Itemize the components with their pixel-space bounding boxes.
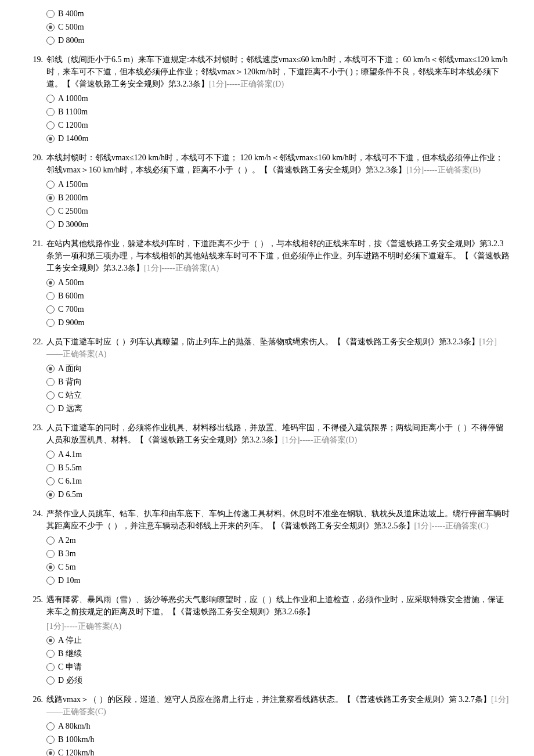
radio-icon[interactable] bbox=[46, 23, 55, 31]
radio-icon[interactable] bbox=[46, 181, 55, 189]
option-row[interactable]: A 80km/h bbox=[46, 720, 511, 732]
radio-icon[interactable] bbox=[46, 736, 55, 744]
question-body: 在站内其他线路作业，躲避本线列车时，下道距离不少于（ ），与本线相邻的正线来车时… bbox=[46, 237, 511, 330]
option-row[interactable]: D 6.5m bbox=[46, 488, 511, 501]
radio-icon[interactable] bbox=[46, 749, 55, 757]
radio-icon[interactable] bbox=[46, 577, 55, 585]
option-row[interactable]: D 必须 bbox=[46, 674, 511, 686]
option-row[interactable]: A 面向 bbox=[46, 362, 511, 375]
option-label: D 6.5m bbox=[58, 488, 82, 501]
option-row[interactable]: B 5.5m bbox=[46, 462, 511, 474]
option-label: A 80km/h bbox=[58, 720, 91, 732]
question-body: 线路vmax＞（ ）的区段，巡道、巡守人员应在路肩上行走，并注意察看线路状态。【… bbox=[46, 693, 511, 756]
question-prompt: 线路vmax＞（ ）的区段，巡道、巡守人员应在路肩上行走，并注意察看线路状态。【… bbox=[46, 695, 491, 704]
radio-icon[interactable] bbox=[46, 451, 55, 459]
radio-icon[interactable] bbox=[46, 477, 55, 485]
option-row[interactable]: A 500m bbox=[46, 276, 511, 289]
option-row[interactable]: D 800m bbox=[46, 34, 511, 46]
radio-icon[interactable] bbox=[46, 663, 55, 671]
radio-icon[interactable] bbox=[46, 207, 55, 215]
option-label: A 2m bbox=[58, 534, 76, 546]
options: A 面向B 背向C 站立D 远离 bbox=[46, 362, 511, 415]
question-number: 21. bbox=[23, 237, 46, 330]
question-prompt: 人员下道避车时应（ ）列车认真瞭望，防止列车上的抛落、坠落物或绳索伤人。【《普速… bbox=[46, 337, 479, 346]
radio-icon[interactable] bbox=[46, 108, 55, 116]
radio-icon[interactable] bbox=[46, 279, 55, 287]
radio-icon[interactable] bbox=[46, 405, 55, 413]
radio-icon[interactable] bbox=[46, 563, 55, 571]
question-body: 严禁作业人员跳车、钻车、扒车和由车底下、车钩上传递工具材料。休息时不准坐在钢轨、… bbox=[46, 507, 511, 588]
question-number: 25. bbox=[23, 593, 46, 687]
option-label: C 5m bbox=[58, 561, 76, 573]
option-row[interactable]: B 3m bbox=[46, 548, 511, 560]
radio-icon[interactable] bbox=[46, 95, 55, 103]
radio-icon[interactable] bbox=[46, 194, 55, 202]
question-item: 25.遇有降雾、暴风雨（雪）、扬沙等恶劣天气影响瞭望时，应（ ）线上作业和上道检… bbox=[23, 593, 511, 687]
option-row[interactable]: C 6.1m bbox=[46, 475, 511, 487]
option-row[interactable]: B 600m bbox=[46, 290, 511, 302]
option-row[interactable]: A 2m bbox=[46, 534, 511, 546]
question-meta: [1分]-----正确答案(C) bbox=[414, 521, 489, 530]
options: A 80km/hB 100km/hC 120km/hD 160km/h bbox=[46, 720, 511, 756]
option-row[interactable]: B 2000m bbox=[46, 192, 511, 204]
option-row[interactable]: C 2500m bbox=[46, 205, 511, 217]
radio-icon[interactable] bbox=[46, 221, 55, 229]
radio-icon[interactable] bbox=[46, 537, 55, 545]
option-row[interactable]: B 继续 bbox=[46, 647, 511, 660]
radio-icon[interactable] bbox=[46, 121, 55, 129]
radio-icon[interactable] bbox=[46, 305, 55, 314]
option-label: A 1000m bbox=[58, 92, 88, 105]
question-text: 人员下道避车时应（ ）列车认真瞭望，防止列车上的抛落、坠落物或绳索伤人。【《普速… bbox=[46, 336, 511, 360]
radio-icon[interactable] bbox=[46, 37, 55, 45]
option-row[interactable]: C 700m bbox=[46, 303, 511, 315]
option-label: B 5.5m bbox=[58, 462, 82, 474]
option-row[interactable]: A 停止 bbox=[46, 634, 511, 646]
option-row[interactable]: C 站立 bbox=[46, 389, 511, 401]
option-row[interactable]: C 1200m bbox=[46, 119, 511, 131]
option-row[interactable]: B 400m bbox=[46, 8, 511, 20]
question-body: 本线封锁时：邻线vmax≤120 km/h时，本线可不下道； 120 km/h＜… bbox=[46, 152, 511, 232]
option-row[interactable]: D 10m bbox=[46, 574, 511, 586]
radio-icon[interactable] bbox=[46, 722, 55, 730]
option-label: C 申请 bbox=[58, 661, 82, 673]
radio-icon[interactable] bbox=[46, 378, 55, 386]
question-text: 在站内其他线路作业，躲避本线列车时，下道距离不少于（ ），与本线相邻的正线来车时… bbox=[46, 237, 511, 274]
radio-icon[interactable] bbox=[46, 550, 55, 558]
option-label: A 500m bbox=[58, 276, 84, 289]
radio-icon[interactable] bbox=[46, 650, 55, 658]
option-row[interactable]: A 1500m bbox=[46, 178, 511, 190]
radio-icon[interactable] bbox=[46, 391, 55, 399]
option-row[interactable]: A 4.1m bbox=[46, 448, 511, 460]
question-item: 24.严禁作业人员跳车、钻车、扒车和由车底下、车钩上传递工具材料。休息时不准坐在… bbox=[23, 507, 511, 588]
option-row[interactable]: B 1100m bbox=[46, 106, 511, 118]
radio-icon[interactable] bbox=[46, 491, 55, 499]
option-row[interactable]: B 100km/h bbox=[46, 733, 511, 746]
radio-icon[interactable] bbox=[46, 636, 55, 645]
option-row[interactable]: C 5m bbox=[46, 561, 511, 573]
option-row[interactable]: D 900m bbox=[46, 316, 511, 329]
options: A 1500mB 2000mC 2500mD 3000m bbox=[46, 178, 511, 231]
option-label: B 100km/h bbox=[58, 733, 95, 746]
radio-icon[interactable] bbox=[46, 10, 55, 18]
radio-icon[interactable] bbox=[46, 292, 55, 300]
radio-icon[interactable] bbox=[46, 464, 55, 472]
option-row[interactable]: D 3000m bbox=[46, 218, 511, 231]
option-row[interactable]: D 1400m bbox=[46, 132, 511, 145]
question-prompt: 在站内其他线路作业，躲避本线列车时，下道距离不少于（ ），与本线相邻的正线来车时… bbox=[46, 239, 510, 272]
option-row[interactable]: C 120km/h bbox=[46, 747, 511, 756]
option-row[interactable]: B 背向 bbox=[46, 376, 511, 388]
question-body: B 400mC 500mD 800m bbox=[46, 6, 511, 48]
radio-icon[interactable] bbox=[46, 676, 55, 685]
option-row[interactable]: D 远离 bbox=[46, 402, 511, 415]
option-label: C 6.1m bbox=[58, 475, 82, 487]
radio-icon[interactable] bbox=[46, 319, 55, 327]
option-row[interactable]: C 申请 bbox=[46, 661, 511, 673]
option-label: C 站立 bbox=[58, 389, 82, 401]
option-row[interactable]: A 1000m bbox=[46, 92, 511, 105]
option-row[interactable]: C 500m bbox=[46, 21, 511, 33]
option-label: C 500m bbox=[58, 21, 84, 33]
option-label: B 400m bbox=[58, 8, 84, 20]
radio-icon[interactable] bbox=[46, 135, 55, 143]
question-text: 严禁作业人员跳车、钻车、扒车和由车底下、车钩上传递工具材料。休息时不准坐在钢轨、… bbox=[46, 507, 511, 532]
radio-icon[interactable] bbox=[46, 365, 55, 373]
